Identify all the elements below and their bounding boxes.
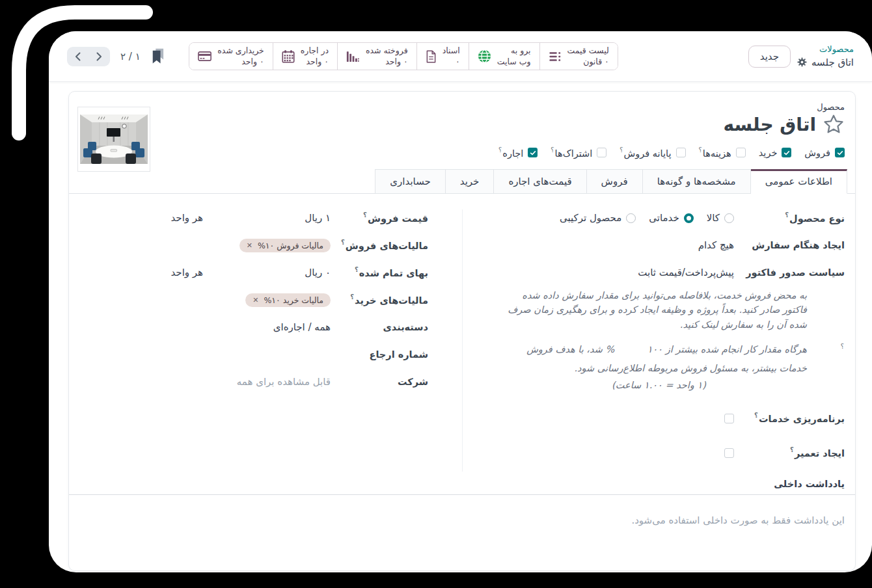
product-form-card: محصول اتاق جلسه فروش (68, 91, 856, 571)
internal-notes-editor-placeholder[interactable]: این یادداشت فقط به صورت داخلی استفاده می… (79, 514, 845, 526)
radio-service[interactable]: خدماتی (649, 212, 693, 224)
invoicing-policy-value[interactable]: پیش‌پرداخت/قیمت ثابت (638, 267, 734, 278)
help-mark: ؟ (355, 266, 359, 273)
meeting-room-photo (80, 114, 148, 164)
help-mark: ؟ (498, 146, 502, 154)
tab-sales[interactable]: فروش (586, 169, 643, 194)
smart-button-documents[interactable]: اسناد ۰ (417, 43, 469, 70)
sales-chart-icon (346, 51, 360, 62)
create-repair-checkbox[interactable] (724, 448, 734, 458)
radio-unselected-icon[interactable] (626, 213, 636, 223)
smart-button-sold[interactable]: فروخته شده ۰ واحد (338, 43, 417, 70)
field-company: شرکت قابل مشاهده برای همه (79, 373, 428, 391)
toggle-subscriptions[interactable]: اشتراک‌ها؟ (551, 147, 606, 159)
cost-input[interactable]: ۰ ریال (203, 267, 331, 278)
smart-button-label: اسناد (443, 46, 460, 57)
smart-button-label: برو به (511, 46, 531, 57)
pager-controls (67, 47, 110, 66)
website-globe-icon (478, 49, 491, 63)
tab-purchase[interactable]: خرید (445, 169, 495, 194)
new-record-button[interactable]: جدید (748, 46, 791, 68)
help-mark: ؟ (754, 412, 758, 419)
tab-attributes-variants[interactable]: مشخصه‌ها و گونه‌ها (642, 169, 751, 194)
tab-general-information[interactable]: اطلاعات عمومی (750, 169, 847, 194)
smart-button-website[interactable]: برو به وب سایت (469, 43, 540, 70)
checkbox-checked-icon[interactable] (528, 148, 538, 157)
product-image[interactable] (77, 107, 150, 172)
smart-button-label: در اجاره (301, 46, 329, 57)
company-input-placeholder[interactable]: قابل مشاهده برای همه (237, 376, 331, 388)
radio-selected-icon[interactable] (684, 213, 694, 223)
odoo-window: محصولات اتاق جلسه (49, 31, 872, 572)
checkbox-checked-icon[interactable] (835, 148, 845, 157)
pager-previous-button[interactable] (73, 51, 83, 62)
upsell-amount-input[interactable]: ۱۰۰ (647, 344, 662, 354)
smart-button-count: ۰ (456, 57, 460, 68)
radio-goods[interactable]: کالا (707, 212, 734, 224)
field-invoicing-policy: سیاست صدور فاکتور پیش‌پرداخت/قیمت ثابت (469, 264, 845, 282)
checkbox-unchecked-icon[interactable] (597, 148, 606, 157)
checkbox-unchecked-icon[interactable] (676, 148, 686, 157)
toggle-label: اشتراک‌ها؟ (551, 147, 592, 159)
smart-button-label: فروخته شده (366, 46, 408, 57)
radio-combo[interactable]: محصول ترکیبی (560, 212, 636, 224)
toggle-label: هزینه‌ها؟ (699, 147, 731, 159)
sales-tax-tag[interactable]: مالیات فروش ۱۰% ✕ (239, 239, 331, 252)
notebook-tabs: اطلاعات عمومی مشخصه‌ها و گونه‌ها فروش قی… (69, 169, 855, 194)
smart-button-pricelist[interactable]: لیست قیمت ۰ قانون (540, 43, 618, 70)
purchase-tax-tag[interactable]: مالیات خرید ۱۰% ✕ (245, 293, 331, 307)
help-mark: ؟ (699, 146, 702, 154)
breadcrumb-app-link[interactable]: محصولات (797, 44, 854, 55)
sales-price-input[interactable]: ۱ ریال (203, 212, 331, 224)
checkbox-unchecked-icon[interactable] (736, 148, 746, 157)
field-upsell-threshold: ؟ هرگاه مقدار کار انجام شده بیشتر از ۱۰۰… (469, 342, 845, 393)
field-sales-price: قیمت فروش؟ ۱ ریال هر واحد (79, 209, 428, 227)
tab-rental-prices[interactable]: قیمت‌های اجاره (493, 169, 586, 194)
control-panel: محصولات اتاق جلسه (49, 31, 872, 82)
toggle-label: پایانه فروش؟ (620, 147, 671, 159)
radio-unselected-icon[interactable] (724, 213, 734, 223)
cost-uom[interactable]: هر واحد (170, 267, 203, 278)
pager-counter: ۲ / ۱ (120, 51, 141, 62)
remove-tag-icon[interactable]: ✕ (252, 297, 258, 304)
field-reference: شماره ارجاع (79, 346, 428, 364)
sales-price-uom[interactable]: هر واحد (170, 212, 203, 224)
help-mark: ؟ (551, 146, 554, 154)
pager-next-button[interactable] (94, 51, 104, 62)
remove-tag-icon[interactable]: ✕ (247, 242, 252, 249)
toggle-expenses[interactable]: هزینه‌ها؟ (699, 147, 746, 159)
smart-button-count: وب سایت (497, 57, 531, 68)
smart-button-rental[interactable]: در اجاره ۰ واحد (273, 43, 338, 70)
smart-button-label: خریداری شده (217, 46, 264, 57)
rental-calendar-icon (282, 50, 295, 63)
breadcrumb: محصولات اتاق جلسه (797, 44, 854, 68)
field-cost: بهای تمام شده؟ ۰ ریال هر واحد (79, 264, 428, 282)
toggle-pos[interactable]: پایانه فروش؟ (620, 147, 685, 159)
pricelist-icon (549, 51, 562, 62)
smart-button-purchased[interactable]: خریداری شده ۰ واحد (189, 43, 273, 70)
field-category: دسته‌بندی همه / اجاره‌ای (79, 319, 428, 336)
field-product-type: نوع محصول؟ کالا خدماتی محصول ترکیبی (469, 209, 845, 227)
smart-buttons: لیست قیمت ۰ قانون برو به وب سایت (189, 42, 618, 71)
notes-divider (69, 494, 855, 495)
plan-services-checkbox[interactable] (724, 414, 734, 423)
smart-button-count: ۰ واحد (385, 57, 408, 68)
create-on-order-value[interactable]: هیچ کدام (698, 239, 734, 251)
model-label: محصول (79, 102, 845, 112)
toggle-rental[interactable]: اجاره؟ (498, 147, 538, 159)
help-mark: ؟ (341, 239, 345, 246)
toggle-purchase[interactable]: خرید (759, 148, 792, 158)
help-mark: ؟ (785, 211, 789, 219)
checkbox-checked-icon[interactable] (782, 148, 791, 157)
smart-button-label: لیست قیمت (567, 46, 609, 57)
product-name-field[interactable]: اتاق جلسه (724, 114, 817, 135)
toggle-label: اجاره؟ (498, 147, 523, 159)
help-mark: ؟ (841, 343, 844, 350)
gear-icon[interactable] (797, 57, 807, 67)
help-mark: ؟ (350, 293, 354, 301)
tab-accounting[interactable]: حسابداری (375, 169, 445, 194)
favorite-star-icon[interactable] (823, 113, 845, 135)
toggle-sale[interactable]: فروش (804, 148, 845, 158)
bookmark-icon[interactable] (151, 48, 164, 64)
category-value[interactable]: همه / اجاره‌ای (273, 321, 331, 333)
